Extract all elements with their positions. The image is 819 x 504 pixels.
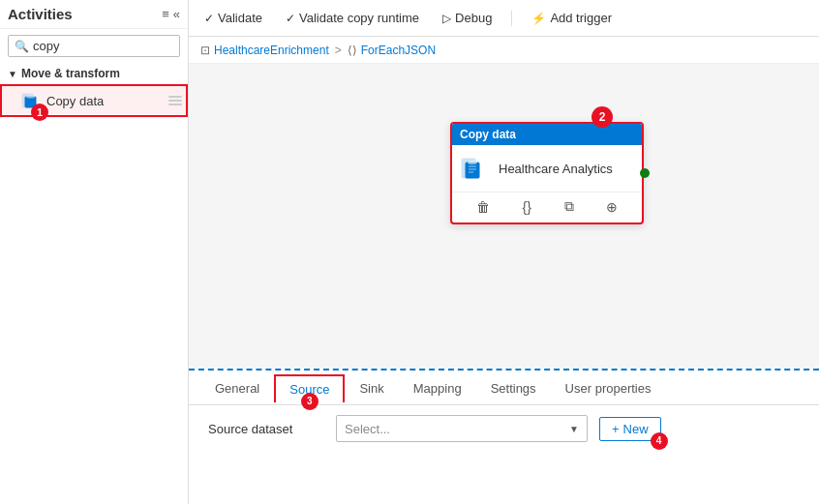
tab-source[interactable]: Source 3 [274, 374, 345, 402]
dropdown-arrow-icon: ▼ [569, 424, 579, 434]
tabs-row: General Source 3 Sink Mapping Settings U… [189, 371, 819, 405]
filter-icon[interactable]: ≡ [162, 7, 169, 21]
debug-icon: ▷ [442, 12, 451, 25]
copy-node-label: Healthcare Analytics [499, 162, 613, 176]
search-box[interactable]: 🔍 [8, 35, 180, 57]
toolbar: ✓ Validate ✓ Validate copy runtime ▷ Deb… [189, 0, 819, 37]
validate-icon: ✓ [204, 12, 214, 25]
tab-mapping[interactable]: Mapping [399, 374, 476, 402]
copy-icon[interactable]: ⧉ [562, 196, 576, 217]
tab-sink[interactable]: Sink [345, 374, 398, 402]
svg-rect-4 [466, 163, 479, 178]
add-trigger-icon: ⚡ [531, 12, 546, 25]
debug-label: Debug [455, 11, 492, 25]
node-status-indicator [640, 168, 650, 178]
add-trigger-label: Add trigger [550, 11, 612, 25]
tab-user-properties[interactable]: User properties [551, 374, 666, 402]
select-placeholder: Select... [345, 422, 390, 436]
panel-icons: ≡ « [162, 7, 180, 21]
copy-node-body: Healthcare Analytics [452, 145, 642, 192]
source-dataset-label: Source dataset [208, 422, 324, 436]
properties-row: Source dataset Select... ▼ + New 4 [189, 405, 819, 452]
collapse-icon[interactable]: « [173, 7, 180, 21]
pipeline-icon: ⊡ [200, 44, 210, 57]
toolbar-separator [511, 11, 512, 26]
code-icon[interactable]: {} [520, 197, 532, 217]
new-label: New [623, 422, 649, 436]
main-area: ✓ Validate ✓ Validate copy runtime ▷ Deb… [189, 0, 819, 504]
validate-copy-button[interactable]: ✓ Validate copy runtime [282, 9, 423, 27]
bottom-panel: General Source 3 Sink Mapping Settings U… [189, 369, 819, 504]
connect-icon[interactable]: ⊕ [604, 197, 620, 217]
svg-point-5 [468, 161, 477, 164]
badge-1: 1 [31, 104, 48, 121]
foreach-icon: ⟨⟩ [348, 44, 357, 57]
tab-settings[interactable]: Settings [476, 374, 551, 402]
activity-label: Copy data [46, 94, 104, 108]
validate-copy-label: Validate copy runtime [299, 11, 419, 25]
new-dataset-button[interactable]: + New 4 [599, 417, 661, 441]
plus-icon: + [612, 422, 620, 436]
badge-4: 4 [651, 432, 668, 450]
validate-copy-icon: ✓ [286, 12, 295, 25]
drag-handle[interactable] [168, 96, 182, 105]
badge-3: 3 [301, 393, 318, 410]
expand-arrow-icon: ▼ [8, 69, 17, 79]
svg-point-2 [26, 96, 35, 99]
breadcrumb-activity[interactable]: ForEachJSON [361, 44, 436, 57]
healthcare-analytics-icon [460, 153, 491, 184]
panel-title: Activities [8, 6, 73, 22]
canvas-area[interactable]: 2 Copy data Healthcare Analytics [189, 64, 819, 369]
breadcrumb-separator: > [335, 44, 342, 57]
category-header[interactable]: ▼ Move & transform [0, 63, 188, 84]
source-dataset-dropdown[interactable]: Select... ▼ [336, 415, 588, 442]
search-icon: 🔍 [15, 40, 29, 53]
category-label: Move & transform [21, 67, 120, 80]
activities-panel: Activities ≡ « 🔍 ▼ Move & transform Copy… [0, 0, 189, 504]
breadcrumb: ⊡ HealthcareEnrichment > ⟨⟩ ForEachJSON [189, 37, 819, 64]
tab-general[interactable]: General [200, 374, 274, 402]
copy-data-node[interactable]: Copy data Healthcare Analytics 🗑 {} ⧉ [450, 122, 644, 224]
copy-node-actions: 🗑 {} ⧉ ⊕ [452, 192, 642, 222]
add-trigger-button[interactable]: ⚡ Add trigger [528, 9, 616, 27]
validate-button[interactable]: ✓ Validate [200, 9, 266, 27]
panel-header: Activities ≡ « [0, 0, 188, 29]
badge-2: 2 [592, 106, 613, 128]
delete-icon[interactable]: 🗑 [474, 197, 492, 217]
validate-label: Validate [218, 11, 262, 25]
copy-node-header: Copy data [452, 124, 642, 145]
debug-button[interactable]: ▷ Debug [439, 9, 496, 27]
activity-copy-data[interactable]: Copy data 1 [0, 84, 188, 117]
search-input[interactable] [33, 39, 173, 53]
breadcrumb-pipeline[interactable]: HealthcareEnrichment [214, 44, 329, 57]
